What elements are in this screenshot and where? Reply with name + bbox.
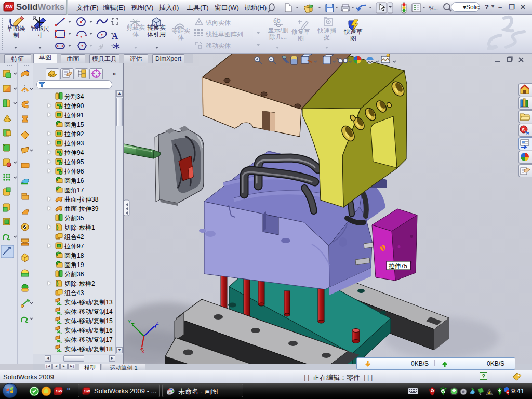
svg-text:SW: SW (84, 389, 90, 393)
svg-text:⅍..: ⅍.. (429, 5, 438, 12)
svg-text:!: ! (489, 392, 490, 395)
svg-text:S: S (522, 127, 525, 132)
svg-text:Z: Z (156, 321, 159, 326)
svg-text:SW: SW (56, 389, 63, 393)
svg-text:Y: Y (128, 319, 131, 324)
svg-text:拉伸75: 拉伸75 (388, 263, 407, 269)
svg-text:SW: SW (5, 4, 13, 9)
svg-text:X: X (141, 349, 144, 354)
